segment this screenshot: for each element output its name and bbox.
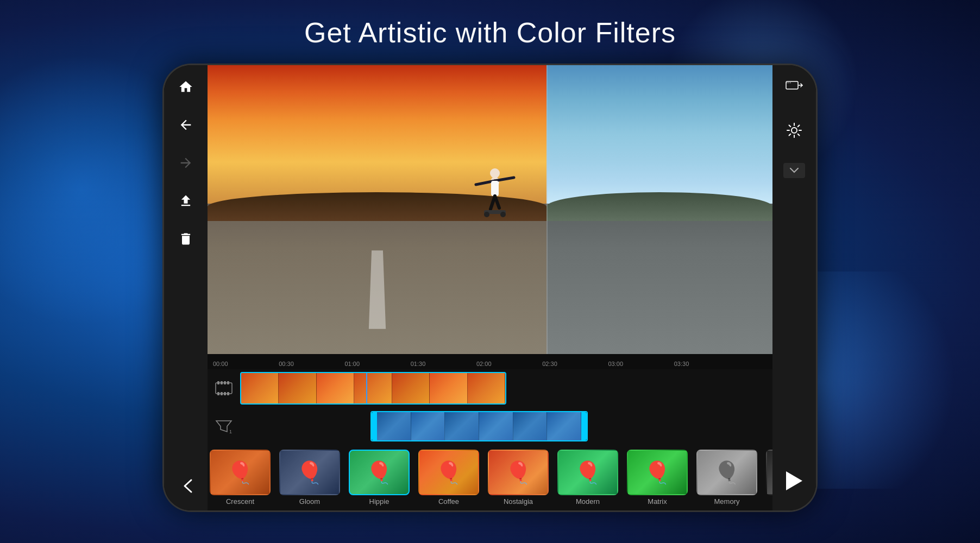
filter-label-modern: Modern [576, 497, 600, 506]
video-track-icon [208, 381, 240, 396]
filter-thumb-noir: 🎈 [766, 450, 772, 495]
sidebar-delete-icon[interactable] [175, 228, 197, 250]
filter-thumb-nostalgia: 🎈 [488, 450, 549, 495]
phone-frame: 00:00 00:30 01:00 01:30 02:00 02:30 03:0… [164, 65, 816, 510]
filter-item-crescent[interactable]: 🎈 Crescent [208, 450, 273, 506]
video-right [546, 65, 772, 354]
filter-clip[interactable] [370, 411, 588, 441]
skater-silhouette [473, 166, 517, 233]
chevron-down-button[interactable] [783, 163, 805, 178]
filter-handle-right[interactable] [581, 412, 587, 440]
filter-thumb-matrix: 🎈 [627, 450, 688, 495]
svg-line-6 [495, 196, 499, 208]
filter-item-coffee[interactable]: 🎈 Coffee [416, 450, 481, 506]
play-button[interactable] [781, 467, 808, 494]
filter-label-memory: Memory [714, 497, 740, 506]
filter-label-hippie: Hippie [369, 497, 390, 506]
filter-thumb-coffee: 🎈 [418, 450, 479, 495]
filter-label-coffee: Coffee [438, 497, 459, 506]
app-right-panel [772, 65, 816, 510]
filter-label-gloom: Gloom [299, 497, 320, 506]
svg-point-25 [791, 128, 797, 133]
back-chevron-button[interactable] [175, 472, 202, 500]
timeline-ruler: 00:00 00:30 01:00 01:30 02:00 02:30 03:0… [208, 354, 772, 369]
filter-thumb-hippie: 🎈 [349, 450, 410, 495]
sidebar-home-icon[interactable] [175, 76, 197, 98]
filter-clip-thumbnails [377, 412, 581, 440]
ruler-mark-6: 03:00 [608, 361, 674, 367]
filter-item-modern[interactable]: 🎈 Modern [555, 450, 620, 506]
filter-thumb-modern: 🎈 [557, 450, 618, 495]
filter-item-hippie[interactable]: 🎈 Hippie [347, 450, 412, 506]
filter-thumb-memory: 🎈 [696, 450, 757, 495]
ruler-marks: 00:00 00:30 01:00 01:30 02:00 02:30 03:0… [213, 354, 740, 369]
filter-track-content[interactable] [240, 411, 772, 441]
svg-rect-18 [227, 392, 229, 395]
ruler-mark-0: 00:00 [213, 361, 279, 367]
svg-point-1 [490, 168, 500, 178]
filter-handle-left[interactable] [372, 412, 377, 440]
app-sidebar [164, 65, 208, 510]
filter-label-matrix: Matrix [648, 497, 667, 506]
filter-item-gloom[interactable]: 🎈 Gloom [277, 450, 342, 506]
app-main: 00:00 00:30 01:00 01:30 02:00 02:30 03:0… [208, 65, 772, 510]
svg-rect-21 [786, 81, 798, 89]
filter-track: 1 [208, 407, 772, 445]
svg-point-9 [500, 212, 506, 217]
sidebar-back-icon[interactable] [175, 114, 197, 136]
settings-icon[interactable] [783, 119, 805, 141]
svg-rect-11 [217, 381, 219, 384]
ruler-mark-5: 02:30 [542, 361, 608, 367]
svg-rect-4 [491, 181, 499, 196]
video-preview [208, 65, 772, 354]
ruler-mark-1: 00:30 [279, 361, 344, 367]
svg-marker-26 [786, 471, 802, 490]
filter-item-noir[interactable]: 🎈 Noir [764, 450, 772, 506]
video-track-content[interactable] [240, 372, 772, 405]
timeline-area: 00:00 00:30 01:00 01:30 02:00 02:30 03:0… [208, 354, 772, 510]
ruler-mark-7: 03:30 [674, 361, 740, 367]
ruler-mark-2: 01:00 [345, 361, 411, 367]
svg-rect-14 [227, 381, 229, 384]
svg-rect-17 [224, 392, 226, 395]
page-title: Get Artistic with Color Filters [304, 16, 676, 49]
video-track [208, 369, 772, 407]
main-video-clip[interactable] [240, 372, 506, 405]
filter-item-nostalgia[interactable]: 🎈 Nostalgia [486, 450, 551, 506]
filter-item-memory[interactable]: 🎈 Memory [694, 450, 759, 506]
svg-rect-13 [224, 381, 226, 384]
filter-carousel: 🎈 Crescent 🎈 Gloom 🎈 Hippie [208, 445, 772, 510]
svg-text:1: 1 [229, 429, 232, 434]
svg-point-8 [484, 212, 489, 217]
svg-rect-15 [217, 392, 219, 395]
sidebar-upload-icon[interactable] [175, 190, 197, 212]
ruler-mark-3: 01:30 [411, 361, 476, 367]
svg-rect-16 [221, 392, 223, 395]
split-line [546, 65, 548, 354]
filter-label-crescent: Crescent [226, 497, 254, 506]
export-icon[interactable] [783, 76, 805, 98]
filter-thumb-crescent: 🎈 [210, 450, 271, 495]
filter-track-icon: 1 [208, 419, 240, 434]
ruler-mark-4: 02:00 [476, 361, 542, 367]
playhead[interactable] [366, 372, 367, 405]
filter-item-matrix[interactable]: 🎈 Matrix [625, 450, 690, 506]
sidebar-forward-icon[interactable] [175, 152, 197, 174]
svg-rect-12 [221, 381, 223, 384]
filter-label-nostalgia: Nostalgia [504, 497, 533, 506]
filter-thumb-gloom: 🎈 [279, 450, 340, 495]
